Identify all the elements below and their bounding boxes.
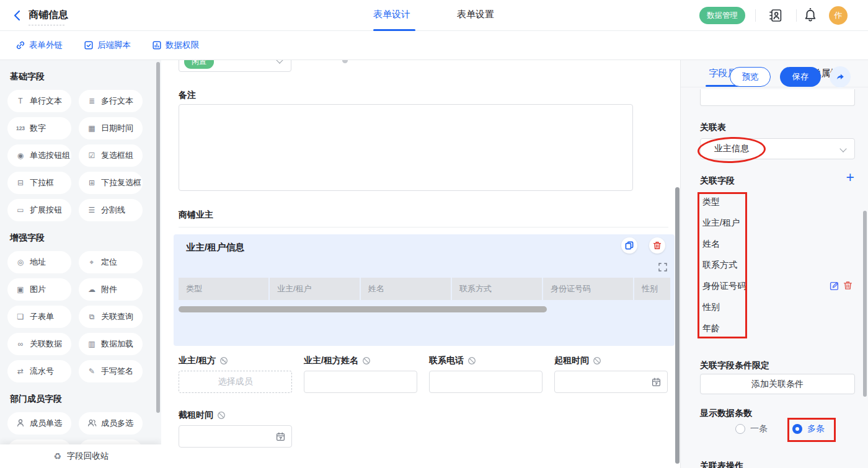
calendar-icon: ▦ — [87, 125, 97, 132]
member-picker-input[interactable]: 选择成员 — [179, 371, 292, 393]
field-divider-line[interactable]: ☰分割线 — [79, 199, 143, 221]
column-owner-tenant: 业主/租户 — [270, 278, 360, 300]
user-avatar[interactable]: 作 — [829, 6, 848, 25]
field-image[interactable]: ▣图片 — [7, 278, 71, 301]
tab-form-settings[interactable]: 表单设置 — [457, 9, 494, 20]
canvas-scrollbar[interactable] — [675, 187, 680, 464]
top-header: 商铺信息 表单设计 表单设置 数据管理 作 — [0, 0, 868, 31]
field-single-line-text[interactable]: T单行文本 — [7, 90, 71, 112]
save-button[interactable]: 保存 — [780, 67, 821, 87]
select-icon: ⊟ — [16, 179, 25, 187]
field-datetime[interactable]: ▦日期时间 — [79, 117, 143, 139]
related-fields-list: 类型 业主/租户 姓名 联系方式 身份证号码 性别 年龄 — [702, 192, 746, 339]
field-subform[interactable]: ❏子表单 — [7, 306, 71, 328]
field-multi-select[interactable]: ⊞下拉复选框 — [79, 172, 143, 194]
status-select[interactable]: 闲置 — [179, 60, 291, 72]
related-field-item[interactable]: 业主/租户 — [702, 213, 746, 234]
field-recycle-bin[interactable]: ♻ 字段回收站 — [0, 444, 161, 468]
related-field-item[interactable]: 联系方式 — [702, 255, 746, 276]
data-permission-link[interactable]: 数据权限 — [152, 40, 199, 51]
related-field-item[interactable]: 性别 — [702, 297, 746, 318]
field-signature[interactable]: ✎手写签名 — [79, 360, 143, 382]
field-label-lease-end: 截租时间 — [179, 410, 226, 421]
subform-icon: ❏ — [16, 313, 25, 320]
edit-fields-button[interactable] — [830, 281, 839, 293]
chevron-down-icon — [839, 145, 846, 152]
owner-name-input[interactable] — [304, 371, 417, 393]
pen-icon: ✎ — [87, 368, 97, 375]
share-arrow-icon — [835, 72, 845, 82]
form-external-link[interactable]: 表单外链 — [16, 40, 63, 51]
tab-form-design[interactable]: 表单设计 — [373, 9, 410, 20]
address-pin-icon: ◎ — [16, 258, 25, 266]
expand-icon[interactable] — [658, 263, 667, 274]
subform-title: 业主/租户信息 — [186, 242, 244, 254]
drag-handle-dot — [342, 60, 348, 63]
field-number[interactable]: 123数字 — [7, 117, 71, 139]
delete-fields-button[interactable] — [843, 281, 852, 293]
member-picker-placeholder: 选择成员 — [218, 376, 253, 387]
add-field-plus-icon[interactable]: + — [846, 170, 854, 185]
sidebar-scrollbar[interactable] — [156, 62, 160, 413]
header-divider — [755, 9, 756, 22]
column-name: 姓名 — [361, 278, 451, 300]
add-condition-button[interactable]: 添加关联条件 — [700, 374, 855, 394]
column-type: 类型 — [179, 278, 268, 300]
column-gender: 性别 — [634, 278, 670, 300]
field-member-single[interactable]: 成员单选 — [7, 412, 71, 435]
number-icon: 123 — [16, 126, 25, 131]
column-id-number: 身份证号码 — [543, 278, 633, 300]
header-divider — [796, 9, 797, 22]
clipped-input[interactable] — [700, 89, 855, 106]
field-radio-group[interactable]: ◉单选按钮组 — [7, 144, 71, 167]
remark-textarea[interactable] — [179, 104, 633, 191]
field-address[interactable]: ◎地址 — [7, 251, 71, 273]
related-field-item[interactable]: 身份证号码 — [702, 276, 746, 297]
related-table-label: 关联表 — [700, 122, 726, 133]
back-icon[interactable] — [12, 9, 22, 24]
active-tab-underline — [373, 29, 415, 31]
data-manage-button[interactable]: 数据管理 — [699, 7, 745, 24]
field-label-phone: 联系电话 — [429, 355, 476, 366]
field-relation-query[interactable]: ⧉关联查询 — [79, 306, 143, 328]
phone-input[interactable] — [429, 371, 542, 393]
owner-section-title: 商铺业主 — [179, 210, 213, 221]
field-multi-line-text[interactable]: ≣多行文本 — [79, 90, 143, 112]
related-table-select[interactable]: 业主信息 — [700, 138, 855, 159]
radio-icon: ◉ — [16, 152, 25, 159]
section-title-basic-fields: 基础字段 — [7, 71, 154, 82]
field-location[interactable]: ⌖定位 — [79, 251, 143, 273]
field-serial-number[interactable]: ⇄流水号 — [7, 360, 71, 382]
related-field-item[interactable]: 类型 — [702, 192, 746, 213]
condition-label: 关联字段条件限定 — [700, 360, 769, 371]
contact-book-icon[interactable] — [769, 8, 782, 25]
single-line-text-icon: T — [16, 97, 25, 105]
field-checkbox-group[interactable]: ☑复选框组 — [79, 144, 143, 167]
multi-select-icon: ⊞ — [87, 179, 97, 187]
radio-option-single[interactable]: 一条 — [735, 423, 768, 435]
panel-scrollbar[interactable] — [863, 211, 867, 397]
copy-button[interactable] — [621, 237, 637, 254]
related-field-item[interactable]: 年龄 — [702, 318, 746, 339]
section-title-member-fields: 部门成员字段 — [7, 394, 154, 405]
backend-script-link[interactable]: 后端脚本 — [84, 40, 131, 51]
field-extend-button[interactable]: ▭扩展按钮 — [7, 199, 71, 221]
related-field-item[interactable]: 姓名 — [702, 234, 746, 255]
subform-owner-tenant[interactable]: 业主/租户信息 类型 业主/租户 姓名 联系方式 — [174, 234, 675, 346]
bell-icon[interactable] — [804, 7, 817, 25]
field-member-multi[interactable]: 成员多选 — [79, 412, 143, 435]
subform-horizontal-scrollbar[interactable] — [179, 306, 547, 312]
field-relation-data[interactable]: ∞关联数据 — [7, 333, 71, 355]
field-data-load[interactable]: ▥数据加载 — [79, 333, 143, 355]
field-select[interactable]: ⊟下拉框 — [7, 172, 71, 194]
properties-panel: 字段属性 表单属性 关联表 业主信息 关联字段 + 类型 业主/租户 姓名 联系… — [680, 60, 868, 468]
delete-button[interactable] — [649, 237, 665, 254]
preview-button[interactable]: 预览 — [730, 67, 771, 87]
related-fields-label: 关联字段 — [700, 175, 735, 187]
lease-start-date-input[interactable] — [554, 371, 668, 393]
lease-end-date-input[interactable] — [179, 425, 292, 448]
field-attachment[interactable]: ☁附件 — [79, 278, 143, 301]
permission-icon — [152, 40, 162, 50]
radio-option-multiple[interactable]: 多条 — [792, 423, 825, 435]
share-button[interactable] — [830, 66, 851, 87]
